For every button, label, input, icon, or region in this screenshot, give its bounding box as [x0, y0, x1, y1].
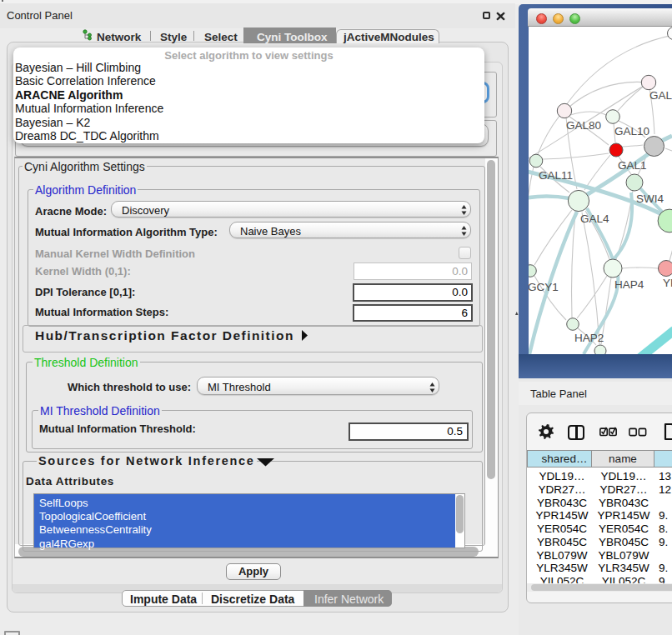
svg-text:HAP2: HAP2	[574, 332, 604, 344]
svg-text:GAL1: GAL1	[618, 159, 647, 172]
svg-text:GAL10: GAL10	[614, 125, 649, 138]
svg-text:GAL11: GAL11	[539, 169, 573, 182]
svg-text:YP: YP	[663, 277, 672, 289]
svg-text:SWI4: SWI4	[636, 192, 664, 205]
svg-text:GAL80: GAL80	[566, 119, 601, 132]
svg-text:GAL2: GAL2	[649, 89, 672, 102]
svg-text:GAL4: GAL4	[580, 212, 609, 225]
svg-text:HAP4: HAP4	[614, 278, 644, 291]
svg-text:GCY1: GCY1	[529, 281, 559, 293]
